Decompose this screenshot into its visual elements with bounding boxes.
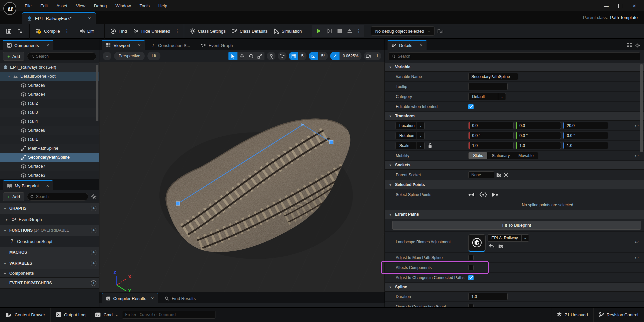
variables-category-components[interactable]: ▸ Components [0,269,99,278]
menu-tools[interactable]: Tools [135,0,154,11]
expander-down-icon[interactable]: ▾ [3,262,7,265]
blueprint-settings-gear-icon[interactable] [91,194,96,199]
tree-item-surface3[interactable]: Surface3 [0,171,99,179]
compile-options-kebab-icon[interactable]: ⋮ [63,28,71,34]
tree-item-rail1[interactable]: Rail1 [0,135,99,144]
world-gizmo-button[interactable] [267,52,275,60]
tab-viewport[interactable]: Viewport ✕ [102,40,145,50]
tab-components[interactable]: Components ✕ [3,40,53,50]
cmd-dropdown[interactable]: Cmd ⌄ [91,308,122,322]
tree-item-surface4[interactable]: Surface4 [0,90,99,99]
mobility-movable-button[interactable]: Movable [514,152,538,159]
components-tab-close-icon[interactable]: ✕ [46,43,49,48]
section-transform[interactable]: ▾Transform [385,112,644,121]
tree-item-rail4[interactable]: Rail4 [0,117,99,126]
variable-name-field[interactable]: SecondaryPathSpline [468,73,518,80]
grid-snap-control[interactable]: 5 [289,52,306,60]
hide-unrelated-button[interactable]: Hide Unrelated [130,24,173,39]
section-variable[interactable]: ▾Variable [385,63,644,72]
section-macros[interactable]: MACROS + [0,247,99,258]
use-selected-asset-icon[interactable] [489,244,494,248]
scale-tool-button[interactable] [255,52,264,60]
expander-down-icon[interactable]: ▾ [3,207,7,210]
my-blueprint-add-button[interactable]: + Add [3,192,24,201]
location-y-field[interactable]: 0.0 [516,122,561,129]
rotation-snap-control[interactable]: 5° [309,52,328,60]
add-graph-button[interactable]: + [91,206,96,211]
expander-right-icon[interactable]: ▸ [5,218,9,221]
section-graphs[interactable]: ▾ GRAPHS + [0,203,99,214]
scale-lock-open-icon[interactable] [428,143,432,148]
editable-when-inherited-checkbox[interactable] [468,104,474,109]
unreal-logo-icon[interactable]: u [3,2,16,15]
browse-asset-button[interactable] [15,24,27,39]
tab-construction-script[interactable]: f Construction S... [147,40,194,50]
expander-right-icon[interactable]: ▸ [3,271,7,275]
location-dropdown[interactable]: Location⌄ [396,122,425,129]
camera-speed-control[interactable]: 1 [364,52,382,60]
my-blueprint-search[interactable] [27,193,89,201]
scale-dropdown[interactable]: Scale⌄ [396,142,425,149]
category-dropdown[interactable]: Default⌄ [468,93,506,100]
expander-down-icon[interactable]: ▾ [7,74,11,78]
scale-z-field[interactable]: 1.0 [563,142,608,149]
asset-tab-close-icon[interactable]: ✕ [88,16,91,21]
tree-item-mainpathspline[interactable]: MainPathSpline [0,144,99,153]
tree-item-self[interactable]: EPT_RailwayFork (Self) [0,63,99,72]
menu-window[interactable]: Window [111,0,135,11]
tab-compiler-results[interactable]: Compiler Results ✕ [102,293,158,303]
my-blueprint-search-input[interactable] [36,194,85,199]
parent-class-link[interactable]: Path Template [610,15,638,20]
affects-components-checkbox[interactable] [468,265,474,270]
tree-item-defaultsceneroot[interactable]: ▾ DefaultSceneRoot [0,72,99,81]
expander-down-icon[interactable]: ▾ [388,65,392,69]
scale-x-field[interactable]: 1.0 [468,142,514,149]
landscape-asset-thumbnail[interactable] [468,234,486,252]
unsaved-button[interactable]: 71 Unsaved [551,308,593,322]
compiler-results-close-icon[interactable]: ✕ [151,296,154,301]
adjust-to-main-path-reset-button[interactable]: ↩ [630,255,644,260]
mobility-stationary-button[interactable]: Stationary [487,152,514,159]
tree-item-rail3[interactable]: Rail3 [0,108,99,117]
perspective-dropdown[interactable]: Perspective [114,52,144,60]
console-command-input[interactable] [122,311,215,319]
class-defaults-button[interactable]: Class Defaults [228,24,270,39]
hide-unrelated-kebab-icon[interactable]: ⋮ [173,28,181,34]
menu-file[interactable]: File [20,0,36,11]
item-eventgraph[interactable]: ▸ EventGraph [0,214,99,225]
viewport-menu-button[interactable]: ≡ [103,52,111,60]
parent-socket-field[interactable]: None [468,171,494,178]
add-variable-button[interactable]: + [91,261,96,266]
mobility-static-button[interactable]: Static [469,152,487,159]
diff-button[interactable]: Diff ⌄ [76,24,102,39]
rotate-tool-button[interactable] [246,52,255,60]
tooltip-field[interactable] [468,83,508,90]
item-constructionscript[interactable]: f ConstructionScript [0,236,99,247]
content-drawer-button[interactable]: Content Drawer [0,308,51,322]
components-search-input[interactable] [36,54,93,59]
select-tool-button[interactable] [228,52,237,60]
tab-event-graph[interactable]: Event Graph [197,40,237,50]
landscape-reset-button[interactable]: ↩ [630,239,644,245]
menu-view[interactable]: View [72,0,90,11]
details-matrix-icon[interactable] [627,43,632,48]
find-button[interactable]: Find [107,24,130,39]
section-event-dispatchers[interactable]: EVENT DISPATCHERS + [0,278,99,289]
move-tool-button[interactable] [237,52,246,60]
debug-object-dropdown[interactable]: No debug object selected ⌄ [371,26,435,36]
output-log-button[interactable]: Output Log [51,308,91,322]
debug-browse-button[interactable] [435,24,447,39]
section-variables[interactable]: ▾ VARIABLES + [0,258,99,269]
expander-down-icon[interactable]: ▾ [388,213,392,216]
compile-button[interactable]: ? Compile [32,24,63,39]
location-z-field[interactable]: 20.0 [563,122,608,129]
frame-skip-button[interactable] [324,28,335,34]
tab-find-results[interactable]: Find Results [161,293,200,303]
menu-asset[interactable]: Asset [52,0,72,11]
section-errant-paths[interactable]: ▾Errant Paths [385,210,644,219]
menu-debug[interactable]: Debug [90,0,111,11]
scale-snap-control[interactable]: 0.0625% [330,52,361,60]
select-all-points-icon[interactable] [480,192,487,197]
details-search[interactable] [388,52,640,60]
maximize-button[interactable] [618,4,622,8]
